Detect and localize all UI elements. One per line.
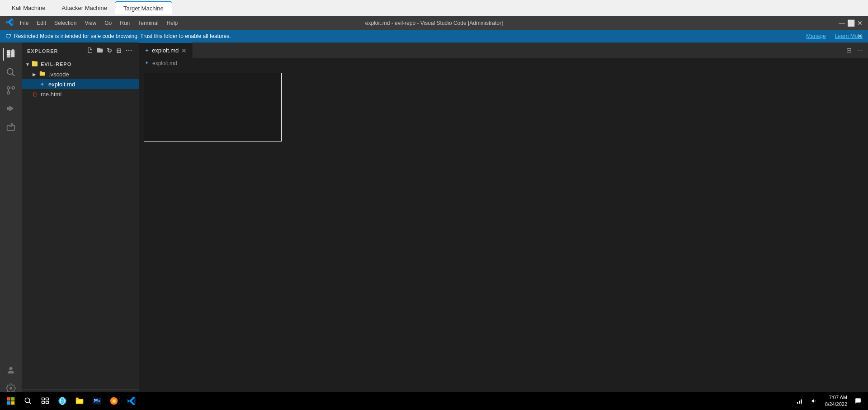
menu-file[interactable]: File	[16, 19, 32, 27]
split-editor-button[interactable]: ⊟	[844, 45, 854, 56]
tree-root-folder[interactable]: ▼ EVIL-REPO	[22, 59, 139, 69]
svg-point-3	[7, 92, 10, 94]
tree-exploit-md[interactable]: ✦ exploit.md	[22, 79, 139, 89]
menu-edit[interactable]: Edit	[33, 19, 50, 27]
svg-point-7	[9, 367, 12, 370]
svg-rect-12	[11, 401, 15, 405]
menu-run[interactable]: Run	[116, 19, 133, 27]
main-layout: Explorer ↻ ⊟ ···	[0, 42, 868, 400]
more-actions-tab-button[interactable]: ···	[855, 45, 864, 56]
editor-content[interactable]	[139, 68, 868, 400]
activity-source-control-icon[interactable]	[3, 82, 19, 99]
menu-help[interactable]: Help	[163, 19, 182, 27]
menu-go[interactable]: Go	[101, 19, 115, 27]
markdown-file-icon: ✦	[40, 81, 45, 88]
new-folder-button[interactable]	[96, 46, 104, 56]
vscode-logo-icon	[5, 18, 14, 28]
ie-button[interactable]	[55, 394, 70, 408]
explorer-label: Explorer	[27, 48, 58, 54]
title-controls: — ⬜ ✕	[839, 20, 863, 26]
taskbar-volume-icon[interactable]	[808, 395, 821, 407]
sidebar-actions: ↻ ⊟ ···	[86, 46, 133, 56]
activity-extensions-icon[interactable]	[3, 118, 19, 135]
svg-rect-11	[7, 401, 11, 405]
menu-terminal[interactable]: Terminal	[134, 19, 162, 27]
title-bar: File Edit Selection View Go Run Terminal…	[0, 16, 868, 30]
tab-kali-machine[interactable]: Kali Machine	[4, 2, 53, 14]
taskbar-right: 7:07 AM 8/24/2022	[793, 394, 864, 408]
manage-link[interactable]: Manage	[806, 33, 826, 39]
svg-rect-31	[801, 400, 802, 404]
vscode-window: File Edit Selection View Go Run Terminal…	[0, 16, 868, 410]
editor-area: ✦ exploit.md ✕ ⊟ ··· ✦ exploit.md	[139, 42, 868, 400]
svg-line-14	[29, 402, 31, 404]
tab-attacker-machine[interactable]: Attacker Machine	[53, 2, 115, 14]
taskbar-start: PS>	[4, 394, 138, 408]
window-title: exploit.md - evil-repo - Visual Studio C…	[365, 20, 503, 26]
vscode-taskbar-button[interactable]	[124, 394, 138, 408]
tab-label: exploit.md	[152, 47, 179, 54]
menu-bar: File Edit Selection View Go Run Terminal…	[16, 19, 181, 27]
banner-close-button[interactable]: ✕	[857, 33, 863, 40]
firefox-button[interactable]	[107, 394, 121, 408]
root-folder-label: EVIL-REPO	[41, 61, 71, 67]
svg-point-1	[7, 69, 13, 75]
tree-vscode-folder[interactable]: ▶ .vscode	[22, 69, 139, 79]
markdown-preview-box	[144, 73, 282, 141]
tab-right-actions: ⊟ ···	[844, 45, 868, 56]
svg-rect-17	[42, 401, 45, 404]
exploit-md-label: exploit.md	[48, 81, 75, 88]
svg-rect-30	[799, 401, 800, 403]
sidebar: Explorer ↻ ⊟ ···	[22, 42, 139, 400]
activity-run-debug-icon[interactable]	[3, 100, 19, 117]
tree-rce-html[interactable]: ⟨⟩ rce.html	[22, 89, 139, 99]
breadcrumb: ✦ exploit.md	[139, 58, 868, 68]
maximize-button[interactable]: ⬜	[848, 20, 854, 26]
taskbar-network-icon[interactable]	[793, 395, 806, 407]
collapse-button[interactable]: ⊟	[115, 46, 123, 56]
restricted-mode-banner: 🛡 Restricted Mode is intended for safe c…	[0, 30, 868, 42]
menu-view[interactable]: View	[81, 19, 100, 27]
new-file-button[interactable]	[86, 46, 94, 56]
file-explorer-button[interactable]	[72, 394, 87, 408]
menu-selection[interactable]: Selection	[51, 19, 80, 27]
editor-tab-exploit-md[interactable]: ✦ exploit.md ✕	[139, 42, 193, 58]
sidebar-header: Explorer ↻ ⊟ ···	[22, 42, 139, 59]
breadcrumb-item: ✦ exploit.md	[145, 60, 177, 66]
chevron-right-icon: ▶	[33, 72, 36, 77]
powershell-button[interactable]: PS>	[90, 394, 104, 408]
rce-html-label: rce.html	[41, 91, 61, 98]
start-button[interactable]	[4, 394, 18, 408]
folder-icon	[39, 71, 45, 78]
tab-close-button[interactable]: ✕	[181, 47, 187, 54]
minimize-button[interactable]: —	[839, 20, 844, 26]
close-button[interactable]: ✕	[857, 20, 863, 26]
svg-rect-29	[797, 402, 798, 404]
activity-bar	[0, 42, 22, 400]
activity-explorer-icon[interactable]	[3, 46, 19, 62]
svg-rect-18	[46, 401, 49, 404]
svg-point-8	[9, 387, 12, 390]
tab-bar: ✦ exploit.md ✕ ⊟ ···	[139, 42, 868, 58]
svg-rect-15	[42, 398, 45, 400]
folder-icon	[32, 61, 38, 68]
banner-text: Restricted Mode is intended for safe cod…	[14, 33, 803, 39]
svg-rect-9	[7, 397, 11, 401]
svg-point-5	[7, 87, 10, 90]
activity-account-icon[interactable]	[3, 362, 19, 378]
taskview-button[interactable]	[38, 394, 52, 408]
svg-rect-0	[11, 51, 14, 52]
svg-point-13	[25, 398, 30, 403]
activity-search-icon[interactable]	[3, 64, 19, 80]
svg-rect-16	[46, 398, 49, 400]
taskbar-chat-button[interactable]	[852, 395, 864, 407]
more-actions-button[interactable]: ···	[125, 46, 133, 56]
svg-text:PS>: PS>	[94, 399, 100, 403]
tab-markdown-icon: ✦	[145, 47, 149, 54]
tab-target-machine[interactable]: Target Machine	[115, 1, 172, 14]
chevron-down-icon: ▼	[25, 62, 30, 67]
refresh-button[interactable]: ↻	[106, 46, 113, 56]
taskbar-clock[interactable]: 7:07 AM 8/24/2022	[822, 394, 850, 408]
taskbar-search-button[interactable]	[21, 394, 35, 408]
breadcrumb-markdown-icon: ✦	[145, 60, 149, 66]
